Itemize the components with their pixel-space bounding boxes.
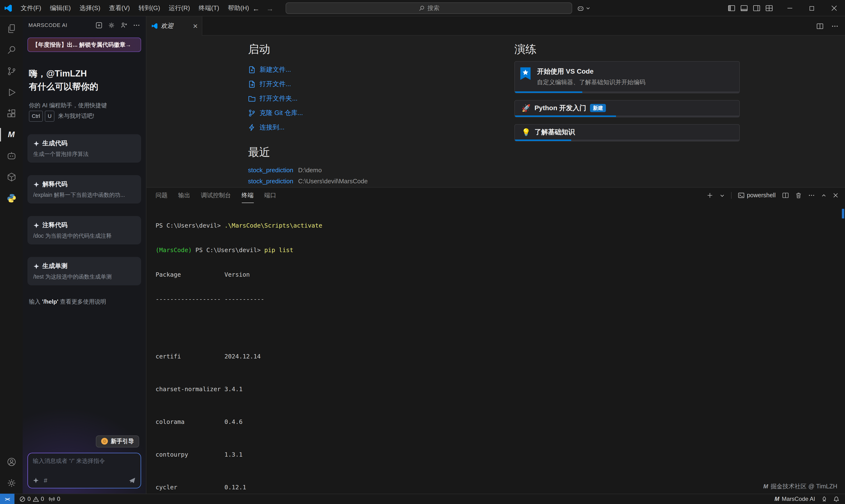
welcome-page: 启动 新建文件... 打开文件... 打开文件夹... [146,36,845,187]
maximize-panel-icon[interactable] [821,193,826,198]
greeting: 嗨，@TimLZH 有什么可以帮你的 [29,67,140,93]
menubar: 文件(F)编辑(E)选择(S)查看(V)转到(G)运行(R)终端(T)帮助(H) [16,0,253,16]
sparkle-icon [33,222,39,228]
terminal-scrollbar[interactable] [842,209,844,218]
layout-controls [727,0,773,16]
community-watermark: M 掘金技术社区 @ TimLZH [763,482,837,490]
chevron-down-icon [586,6,590,11]
python-icon[interactable] [0,188,23,209]
tab-close-icon[interactable]: ✕ [193,22,198,30]
marscode-logo: M [774,496,779,502]
forward-icon[interactable]: → [266,4,274,12]
connect-to-link[interactable]: 连接到... [248,120,368,135]
annual-report-banner[interactable]: 【年度报告】出... 解锁专属代码徽章→ [28,38,141,52]
open-folder-link[interactable]: 打开文件夹... [248,91,368,106]
package-row: certifi2024.12.14 [156,352,833,360]
menu-item[interactable]: 运行(R) [165,0,194,16]
customize-layout-icon[interactable] [765,4,773,12]
radio-tower-icon [49,496,55,502]
quick-action-card[interactable]: 生成代码 生成一个冒泡排序算法 [28,134,141,163]
sparkle-icon[interactable] [33,477,39,483]
ports-status[interactable]: 0 [49,496,60,502]
new-file-link[interactable]: 新建文件... [248,62,368,77]
remote-indicator[interactable]: >< [0,494,15,504]
maximize-button[interactable] [801,0,823,16]
problems-status[interactable]: 0 0 [19,496,44,502]
workbench: M MARSCODE AI 【年度报告】出... 解锁专属代码徽章→ [0,16,845,493]
menu-item[interactable]: 终端(T) [194,0,223,16]
quick-action-card[interactable]: 注释代码 /doc 为当前选中的代码生成注释 [28,216,141,245]
menu-item[interactable]: 选择(S) [75,0,105,16]
walkthrough-python[interactable]: 🚀 Python 开发入门 新建 [514,100,740,118]
close-panel-icon[interactable] [832,193,838,198]
clone-repo-link[interactable]: 克隆 Git 仓库... [248,106,368,120]
rocket-icon: 🚀 [522,104,531,112]
more-actions-icon[interactable] [831,22,838,30]
marscode-ai-icon[interactable]: M [0,124,23,145]
marscode-sidebar: MARSCODE AI 【年度报告】出... 解锁专属代码徽章→ 嗨，@TimL… [23,16,146,493]
open-file-link[interactable]: 打开文件... [248,77,368,91]
search-icon [418,5,425,11]
run-and-debug-icon[interactable] [0,82,23,103]
menu-item[interactable]: 帮助(H) [223,0,253,16]
tab-output[interactable]: 输出 [178,188,190,203]
share-session-icon[interactable] [120,21,127,29]
toggle-secondary-sidebar-icon[interactable] [753,4,760,12]
back-icon[interactable]: ← [252,4,260,12]
walkthrough-fundamentals[interactable]: 💡 了解基础知识 [514,124,740,142]
launch-icon[interactable] [821,496,827,502]
quick-action-card[interactable]: 解释代码 /explain 解释一下当前选中函数的功... [28,175,141,203]
kill-terminal-icon[interactable] [795,192,801,199]
hash-icon[interactable]: # [44,476,47,484]
toolbox-icon[interactable] [0,166,23,188]
bell-icon[interactable] [833,496,839,502]
menu-item[interactable]: 编辑(E) [46,0,75,16]
tab-debug-console[interactable]: 调试控制台 [201,188,231,203]
toggle-sidebar-icon[interactable] [727,4,735,12]
recent-item[interactable]: stock_prediction C:\Users\devil\MarsCode [248,176,368,187]
tab-terminal[interactable]: 终端 [242,188,254,203]
close-button[interactable] [823,0,845,16]
search-input[interactable]: 搜索 [286,2,572,14]
new-terminal-icon[interactable] [706,192,713,199]
menu-item[interactable]: 查看(V) [105,0,134,16]
search-icon[interactable] [0,39,23,61]
marscode-status[interactable]: M MarsCode AI [774,496,815,502]
send-icon[interactable] [128,476,136,484]
quick-action-card[interactable]: 生成单测 /test 为这段选中的函数生成单测 [28,257,141,285]
terminal-output[interactable]: PS C:\Users\devil> .\MarsCode\Scripts\ac… [156,205,833,493]
more-actions-icon[interactable] [133,21,140,29]
package-row: charset-normalizer3.4.1 [156,385,833,393]
ai-assistant-icon[interactable] [0,145,23,166]
recent-item[interactable]: stock_prediction D:\demo [248,165,368,176]
vscode-logo-icon [0,4,16,12]
tab-ports[interactable]: 端口 [264,188,276,203]
split-terminal-icon[interactable] [782,192,789,199]
copilot-menu[interactable] [577,0,590,16]
tab-welcome[interactable]: 欢迎 ✕ [146,16,202,36]
minimize-button[interactable] [778,0,801,16]
toggle-panel-icon[interactable] [740,4,748,12]
settings-gear-icon[interactable] [0,472,23,493]
tab-problems[interactable]: 问题 [156,188,168,203]
source-control-icon[interactable] [0,61,23,82]
chat-input[interactable] [28,453,141,464]
package-row: contourpy1.3.1 [156,450,833,458]
package-row: colorama0.4.6 [156,418,833,426]
new-file-icon [248,66,256,74]
gear-icon[interactable] [108,21,115,29]
extensions-icon[interactable] [0,103,23,124]
chat-input-box[interactable]: # [28,452,141,488]
split-editor-icon[interactable] [816,22,823,30]
menu-item[interactable]: 文件(F) [16,0,46,16]
walkthrough-get-started[interactable]: 开始使用 VS Code 自定义编辑器、了解基础知识并开始编码 [514,61,740,93]
greeting-line2: 有什么可以帮你的 [29,80,140,93]
terminal-dropdown-icon[interactable] [719,193,725,198]
shell-selector[interactable]: powershell [738,192,776,199]
account-icon[interactable] [0,451,23,472]
onboarding-button[interactable]: ☺ 新手引导 [96,435,139,447]
more-actions-icon[interactable] [808,192,815,199]
menu-item[interactable]: 转到(G) [134,0,165,16]
explorer-icon[interactable] [0,18,23,39]
new-chat-icon[interactable] [96,21,103,29]
